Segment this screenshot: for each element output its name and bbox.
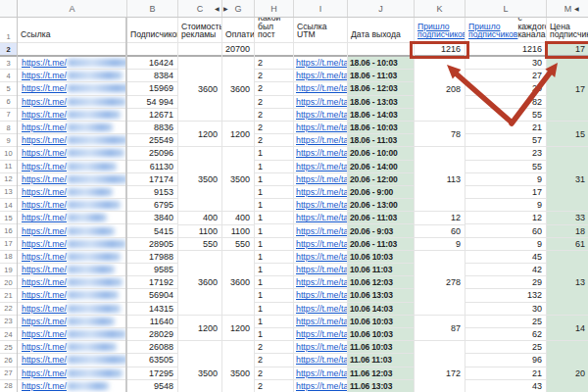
cell-M3[interactable]: 17 [547, 57, 588, 122]
cell-A24[interactable]: https://t.me/ [18, 328, 125, 341]
row-header-16[interactable]: 16 [0, 224, 17, 237]
cell-B4[interactable]: 8384 [127, 70, 177, 82]
cell-I19[interactable]: https://t.me/ta [294, 264, 347, 276]
utm-link[interactable]: https://t.me/ta [296, 239, 347, 249]
cell-H18[interactable]: 1 [255, 251, 293, 264]
cell-L15[interactable]: 12 [466, 212, 546, 224]
cell-B13[interactable]: 9153 [127, 186, 177, 199]
cell-L17[interactable]: 9 [466, 238, 546, 251]
cell-I27[interactable]: https://t.me/ta [294, 368, 347, 380]
cell-B3[interactable]: 16424 [127, 57, 177, 70]
cell-L24[interactable]: 62 [466, 328, 546, 341]
cell-J26[interactable]: 11.06 11:03 [348, 354, 414, 367]
utm-link[interactable]: https://t.me/ta [296, 277, 347, 287]
cell-C18[interactable]: 3600 [178, 251, 221, 316]
row-header-24[interactable]: 24 [0, 328, 17, 341]
cell-L6[interactable]: 82 [466, 96, 546, 109]
cell-H6[interactable]: 2 [255, 96, 293, 109]
cell-I8[interactable]: https://t.me/ta [294, 122, 347, 134]
cell-G15[interactable]: 400 [222, 212, 254, 224]
cell-G3[interactable]: 3600 [222, 57, 254, 122]
header-cell-K1[interactable]: Пришло подписчиков [415, 18, 465, 43]
row-header-28[interactable]: 28 [0, 380, 17, 392]
cell-A23[interactable]: https://t.me/ [18, 316, 125, 328]
cell-J12[interactable]: 20.06 - 12:00 [348, 173, 414, 186]
cell-J2[interactable] [348, 43, 414, 57]
row-header-23[interactable]: 23 [0, 316, 17, 328]
channel-link[interactable]: https://t.me/ [22, 342, 67, 352]
channel-link[interactable]: https://t.me/ [22, 239, 67, 249]
cell-I17[interactable]: https://t.me/ta [294, 238, 347, 251]
cell-H7[interactable]: 2 [255, 109, 293, 122]
cell-H16[interactable]: 1 [255, 224, 293, 237]
cell-B17[interactable]: 28905 [127, 238, 177, 251]
utm-link[interactable]: https://t.me/ta [296, 381, 347, 391]
cell-B24[interactable]: 28029 [127, 328, 177, 341]
cell-H5[interactable]: 2 [255, 82, 293, 95]
utm-link[interactable]: https://t.me/ta [296, 58, 347, 68]
channel-link[interactable]: https://t.me/ [22, 148, 67, 158]
channel-link[interactable]: https://t.me/ [22, 71, 67, 80]
utm-link[interactable]: https://t.me/ta [296, 304, 347, 314]
header-cell-M1[interactable]: Цена подписчика [547, 18, 588, 43]
cell-A19[interactable]: https://t.me/ [18, 264, 125, 276]
row-header-27[interactable]: 27 [0, 368, 17, 380]
row-header-14[interactable]: 14 [0, 199, 17, 212]
cell-I24[interactable]: https://t.me/ta [294, 328, 347, 341]
cell-L4[interactable]: 27 [466, 70, 546, 82]
cell-H4[interactable]: 2 [255, 70, 293, 82]
cell-M17[interactable]: 61 [547, 238, 588, 251]
cell-A2[interactable] [18, 43, 125, 57]
channel-link[interactable]: https://t.me/ [22, 252, 67, 262]
cell-A20[interactable]: https://t.me/ [18, 276, 125, 289]
row-header-8[interactable]: 8 [0, 122, 17, 134]
cell-L18[interactable]: 45 [466, 251, 546, 264]
cell-M15[interactable]: 33 [547, 212, 588, 224]
cell-J21[interactable]: 10.06 13:03 [348, 289, 414, 302]
cell-I9[interactable]: https://t.me/ta [294, 134, 347, 147]
cell-I2[interactable] [294, 43, 347, 57]
cell-I28[interactable]: https://t.me/ta [294, 380, 347, 392]
channel-link[interactable]: https://t.me/ [22, 265, 67, 274]
cell-B7[interactable]: 12671 [127, 109, 177, 122]
row-header-18[interactable]: 18 [0, 251, 17, 264]
cell-L19[interactable]: 42 [466, 264, 546, 276]
cell-A11[interactable]: https://t.me/ [18, 161, 125, 173]
cell-C2[interactable] [178, 43, 221, 57]
cell-C15[interactable]: 400 [178, 212, 221, 224]
cell-I12[interactable]: https://t.me/ta [294, 173, 347, 186]
cell-H8[interactable]: 2 [255, 122, 293, 134]
utm-link[interactable]: https://t.me/ta [296, 97, 347, 107]
cell-C17[interactable]: 550 [178, 238, 221, 251]
cell-J5[interactable]: 18.06 - 12:03 [348, 82, 414, 95]
cell-I21[interactable]: https://t.me/ta [294, 289, 347, 302]
cell-I5[interactable]: https://t.me/ta [294, 82, 347, 95]
cell-H9[interactable]: 2 [255, 134, 293, 147]
utm-link[interactable]: https://t.me/ta [296, 200, 347, 210]
utm-link[interactable]: https://t.me/ta [296, 110, 347, 120]
cell-H25[interactable]: 2 [255, 341, 293, 354]
cell-H11[interactable]: 1 [255, 161, 293, 173]
row-header-1[interactable]: 1 [0, 18, 17, 43]
cell-B6[interactable]: 54 994 [127, 96, 177, 109]
cell-A26[interactable]: https://t.me/ [18, 354, 125, 367]
cell-I25[interactable]: https://t.me/ta [294, 341, 347, 354]
cell-L2[interactable]: 1216 [466, 43, 546, 57]
cell-C10[interactable]: 3500 [178, 147, 221, 212]
cell-B21[interactable]: 56904 [127, 289, 177, 302]
cell-A10[interactable]: https://t.me/ [18, 147, 125, 160]
utm-link[interactable]: https://t.me/ta [296, 317, 347, 326]
channel-link[interactable]: https://t.me/ [22, 226, 67, 236]
header-cell-I1[interactable]: Ссылка UTM [294, 18, 347, 43]
cell-I6[interactable]: https://t.me/ta [294, 96, 347, 109]
cell-G23[interactable]: 1200 [222, 316, 254, 341]
channel-link[interactable]: https://t.me/ [22, 110, 67, 120]
cell-A4[interactable]: https://t.me/ [18, 70, 125, 82]
row-header-15[interactable]: 15 [0, 212, 17, 224]
cell-A9[interactable]: https://t.me/ [18, 134, 125, 147]
cell-H23[interactable]: 1 [255, 316, 293, 328]
channel-link[interactable]: https://t.me/ [22, 135, 67, 145]
row-header-5[interactable]: 5 [0, 82, 17, 95]
cell-L27[interactable]: 21 [466, 368, 546, 380]
utm-link[interactable]: https://t.me/ta [296, 174, 347, 184]
